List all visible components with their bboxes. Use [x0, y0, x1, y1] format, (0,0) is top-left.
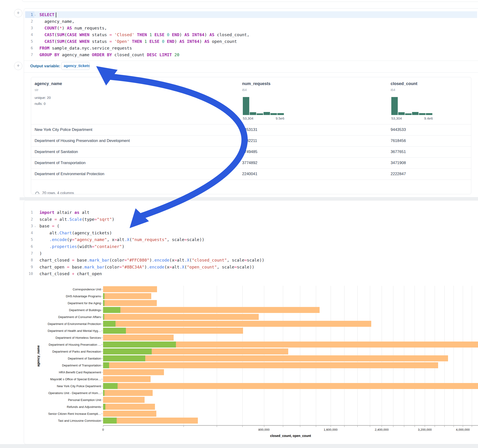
code-line[interactable]: 3 COUNT(*) AS num_requests, [25, 25, 477, 31]
fold-chevron-icon[interactable]: ⌄ [34, 11, 38, 18]
column-dtype: i64 [391, 88, 395, 92]
table-cell[interactable]: New York City Police Department [35, 127, 92, 132]
column-header-closed-count[interactable]: closed_count [391, 81, 417, 86]
code-line[interactable]: 2scale = alt.Scale(type="sqrt") [25, 216, 477, 223]
code-line[interactable]: 9chart_open = base.mark_bar(color="#8BC3… [25, 264, 477, 270]
code-text: alt.Chart(agency_tickets) [38, 230, 112, 236]
add-cell-button-output[interactable]: + [14, 62, 22, 70]
histogram-bar [426, 113, 432, 115]
line-number: 7 [25, 51, 34, 58]
column-stat-unique: unique: 20 [35, 96, 51, 100]
table-cell[interactable]: 9443533 [391, 127, 406, 132]
code-text: ) [38, 250, 42, 257]
code-line[interactable]: 6FROM sample_data.nyc.service_requests [25, 45, 477, 51]
line-number: 8 [25, 257, 34, 263]
line-number: 1 [25, 11, 34, 18]
line-number: 3 [25, 25, 34, 31]
table-cell[interactable]: 2222847 [391, 172, 406, 176]
histogram-range: 53,304 9.5e6 [243, 116, 284, 120]
line-number: 5 [25, 38, 34, 45]
line-number: 6 [25, 45, 34, 51]
divider [24, 72, 478, 73]
line-number: 2 [25, 18, 34, 25]
code-line[interactable]: 1import altair as alt [25, 209, 477, 216]
code-line[interactable]: 8chart_closed = base.mark_bar(color="#FF… [25, 257, 477, 263]
histogram-bar [419, 113, 425, 115]
column-stat-nulls: nulls: 0 [35, 102, 46, 106]
table-cell[interactable]: Department of Housing Preservation and D… [35, 138, 130, 143]
histogram-max: 9.5e6 [276, 116, 284, 120]
line-number: 9 [25, 264, 34, 270]
code-text: GROUP BY agency_name ORDER BY closed_cou… [38, 51, 179, 58]
table-cell[interactable]: 3774892 [242, 161, 257, 165]
code-line[interactable]: 3⌄base = ( [25, 223, 477, 229]
code-text: base = ( [38, 223, 59, 229]
histogram-range: 53,304 9.4e6 [391, 116, 433, 120]
code-text: FROM sample_data.nyc.service_requests [38, 45, 132, 51]
code-line[interactable]: 7) [25, 250, 477, 257]
code-text: chart_closed = base.mark_bar(color="#FFC… [38, 257, 264, 263]
table-footer: 20 rows, 4 columns [42, 191, 74, 194]
add-cell-button-top[interactable]: + [14, 9, 22, 17]
histogram-min: 53,304 [243, 116, 253, 120]
table-cell[interactable]: 7782211 [242, 138, 257, 143]
divider [24, 61, 478, 61]
notebook-page: { "colors": { "accent_blue": "#2272b8", … [0, 0, 478, 448]
output-variable-label: Output variable: [30, 64, 60, 68]
result-table-card: agency_name str unique: 20 nulls: 0 num_… [31, 77, 471, 194]
code-text: import altair as alt [38, 209, 89, 216]
column-dtype: str [35, 88, 38, 92]
python-cell-card: 1import altair as alt2scale = alt.Scale(… [24, 200, 478, 444]
histogram-bar [412, 112, 419, 115]
line-number: 6 [25, 243, 34, 250]
sql-cell-card: 1⌄SELECT2 agency_name,3 COUNT(*) AS num_… [24, 8, 478, 198]
code-line[interactable]: 6 .properties(width="container") [25, 243, 477, 250]
cell-gap [20, 197, 478, 200]
code-line[interactable]: 4 CAST(SUM(CASE WHEN status = 'Closed' T… [25, 31, 477, 38]
histogram-bar [264, 112, 270, 115]
table-cell[interactable]: 9453131 [242, 127, 257, 132]
output-variable-value: agency_tickets [64, 64, 90, 68]
line-number: 7 [25, 250, 34, 257]
page-bottom-gap [0, 444, 478, 448]
table-cell[interactable]: Department of Transportation [35, 161, 86, 165]
output-variable-pill[interactable]: agency_tickets [61, 62, 90, 70]
column-header-num-requests[interactable]: num_requests [242, 81, 270, 86]
table-cell[interactable]: Department of Sanitation [35, 149, 78, 154]
plus-icon: + [17, 10, 20, 16]
table-cell[interactable]: 3677651 [391, 149, 406, 154]
plus-icon: + [17, 63, 20, 68]
row-divider [31, 124, 471, 124]
code-line[interactable]: 10chart_closed + chart_open [25, 270, 477, 277]
python-code-editor[interactable]: 1import altair as alt2scale = alt.Scale(… [25, 209, 478, 278]
row-divider [31, 168, 471, 169]
code-line[interactable]: 5 .encode(y="agency_name", x=alt.X("num_… [25, 236, 477, 243]
code-text: agency_name, [38, 18, 75, 25]
column-dtype: i64 [242, 88, 247, 92]
search-icon[interactable] [35, 192, 39, 194]
code-line[interactable]: 7GROUP BY agency_name ORDER BY closed_co… [25, 51, 477, 58]
code-line[interactable]: 5 CAST(SUM(CASE WHEN status = 'Open' THE… [25, 38, 477, 45]
histogram-bar [250, 112, 256, 115]
sql-code-editor[interactable]: 1⌄SELECT2 agency_name,3 COUNT(*) AS num_… [25, 11, 478, 60]
column-header-agency-name[interactable]: agency_name [35, 81, 62, 86]
code-text: SELECT [38, 11, 56, 18]
code-text: CAST(SUM(CASE WHEN status = 'Open' THEN … [38, 38, 237, 45]
code-line[interactable]: 1⌄SELECT [25, 11, 477, 18]
line-number: 2 [25, 216, 34, 223]
text-caret [56, 12, 56, 18]
histogram-num-requests [243, 97, 284, 115]
code-text: COUNT(*) AS num_requests, [38, 25, 107, 31]
row-divider [31, 135, 471, 136]
histogram-max: 9.4e6 [424, 116, 433, 120]
table-cell[interactable]: 7618456 [391, 138, 406, 143]
line-number: 5 [25, 236, 34, 243]
table-cell[interactable]: 3749485 [242, 149, 257, 154]
table-cell[interactable]: 3471908 [391, 161, 406, 165]
row-divider [31, 157, 471, 158]
code-line[interactable]: 2 agency_name, [25, 18, 477, 25]
code-line[interactable]: 4 alt.Chart(agency_tickets) [25, 230, 477, 236]
table-cell[interactable]: Department of Environmental Protection [35, 172, 104, 176]
table-cell[interactable]: 2240041 [242, 172, 257, 176]
fold-chevron-icon[interactable]: ⌄ [34, 223, 38, 229]
